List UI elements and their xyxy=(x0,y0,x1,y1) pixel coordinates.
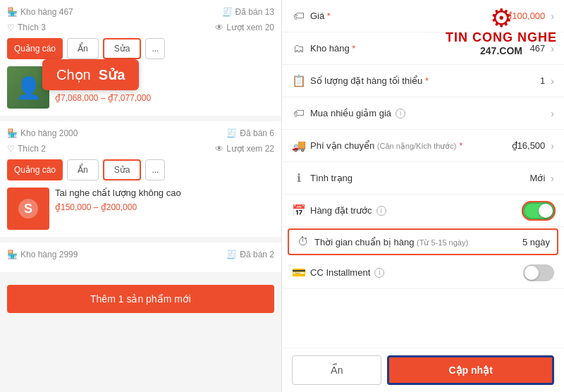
sua-btn-1[interactable]: Sửa xyxy=(103,38,142,59)
product-image-2: S xyxy=(7,188,49,230)
tinhtrang-value: Mới › xyxy=(530,173,554,184)
product-info-2: S Tai nghe chất lượng không cao ₫150,000… xyxy=(7,188,274,230)
heart-icon-1: ♡ xyxy=(7,23,15,32)
soluong-label: 📋 Số lượng đặt hàng tối thiểu * xyxy=(292,74,540,87)
info-icon: ℹ xyxy=(292,171,306,185)
right-panel-inner: ⚙ TIN CONG NGHE 247.COM 🏷 Giá * ₫100,000… xyxy=(282,0,564,348)
shopee-logo-icon: S xyxy=(16,196,41,221)
kho-icon-2: 🏪 xyxy=(7,128,18,138)
daban-stat-2: 🧾 Đã bán 6 xyxy=(226,128,274,138)
luotxem-stat-1: 👁 Lượt xem 20 xyxy=(215,23,274,32)
product-text-2: Tai nghe chất lượng không cao ₫150,000 –… xyxy=(55,188,274,212)
product-stats-2: 🏪 Kho hàng 2000 🧾 Đã bán 6 xyxy=(7,128,274,138)
eye-icon-1: 👁 xyxy=(215,23,223,32)
an-bottom-button[interactable]: Ẩn xyxy=(292,355,381,385)
form-row-tinhtrang[interactable]: ℹ Tình trạng Mới › xyxy=(282,162,564,195)
product-stats-1: 🏪 Kho hàng 467 🧾 Đã bán 13 xyxy=(7,7,274,17)
tinhtrang-chevron-icon: › xyxy=(551,173,554,184)
watermark-line2: 247.COM xyxy=(446,45,557,57)
cc-label: 💳 CC Installment i xyxy=(292,266,523,279)
form-row-soluong[interactable]: 📋 Số lượng đặt hàng tối thiểu * 1 › xyxy=(282,65,564,97)
add-product-button[interactable]: Thêm 1 sản phẩm mới xyxy=(7,285,274,313)
muanhieu-info-icon: i xyxy=(396,109,405,118)
product-card-2: 🏪 Kho hàng 2000 🧾 Đã bán 6 ♡ Thích 2 👁 L… xyxy=(0,121,281,237)
daban-stat-1: 🧾 Đã bán 13 xyxy=(222,7,274,17)
svg-text:S: S xyxy=(24,202,32,216)
form-row-hangdattroc: 📅 Hàng đặt trước i xyxy=(282,195,564,227)
right-panel: ⚙ TIN CONG NGHE 247.COM 🏷 Giá * ₫100,000… xyxy=(282,0,564,392)
quangcao-btn-2[interactable]: Quảng cáo xyxy=(7,159,63,180)
phi-value: ₫16,500 › xyxy=(512,140,554,152)
toggle-knob-on xyxy=(539,204,553,218)
product-name-2: Tai nghe chất lượng không cao xyxy=(55,188,274,200)
chon-sua-tooltip: Chọn Sửa xyxy=(42,59,139,90)
hangdat-label: 📅 Hàng đặt trước i xyxy=(292,204,523,217)
muanhieu-chevron-icon: › xyxy=(551,108,554,119)
gear-icon: ⚙ xyxy=(446,6,557,31)
more-btn-1[interactable]: ... xyxy=(145,38,165,59)
tinhtrang-label: ℹ Tình trạng xyxy=(292,171,530,185)
calendar-icon: 📅 xyxy=(292,204,306,217)
watermark-line1: TIN CONG NGHE xyxy=(446,31,557,45)
muanhieu-value: › xyxy=(548,108,554,119)
kho-icon-1: 🏪 xyxy=(7,7,18,17)
cc-toggle-container xyxy=(523,264,554,281)
form-row-thoigian[interactable]: ⏱ Thời gian chuẩn bị hàng (Từ 5-15 ngày)… xyxy=(288,228,558,255)
product-stats-2b: ♡ Thích 2 👁 Lượt xem 22 xyxy=(7,144,274,154)
heart-icon-2: ♡ xyxy=(7,144,15,154)
an-btn-2[interactable]: Ẩn xyxy=(67,159,99,180)
product-info-1: 👤 Chọn Sửa shopadsrocksĐò bay (Jumps... … xyxy=(7,66,274,109)
soluong-value: 1 › xyxy=(540,75,554,87)
quangcao-btn-1[interactable]: Quảng cáo xyxy=(7,38,63,59)
percent-icon: 🏷 xyxy=(292,107,306,120)
thoigian-label: ⏱ Thời gian chuẩn bị hàng (Từ 5-15 ngày) xyxy=(296,235,522,248)
watermark: ⚙ TIN CONG NGHE 247.COM xyxy=(446,6,557,57)
daban-stat-3: 🧾 Đã bán 2 xyxy=(226,250,274,259)
clock-icon: ⏱ xyxy=(296,235,310,248)
product-actions-2: Quảng cáo Ẩn Sửa ... xyxy=(7,159,274,180)
hangdat-info-icon: i xyxy=(376,206,386,216)
an-btn-1[interactable]: Ẩn xyxy=(67,38,99,59)
form-row-phi[interactable]: 🚚 Phí vận chuyển (Cân nặng/Kích thước) *… xyxy=(282,130,564,162)
kho-stat-3: 🏪 Kho hàng 2999 xyxy=(7,250,78,259)
phi-label: 🚚 Phí vận chuyển (Cân nặng/Kích thước) * xyxy=(292,139,512,152)
phi-chevron-icon: › xyxy=(551,140,554,152)
tag-icon: 🏷 xyxy=(292,10,306,23)
product-card-3: 🏪 Kho hàng 2999 🧾 Đã bán 2 xyxy=(0,243,281,272)
kho-stat-1: 🏪 Kho hàng 467 xyxy=(7,7,73,17)
sua-btn-2[interactable]: Sửa xyxy=(103,159,142,180)
luotxem-stat-2: 👁 Lượt xem 22 xyxy=(215,144,274,154)
soluong-chevron-icon: › xyxy=(551,75,554,87)
cc-info-icon: i xyxy=(374,268,384,278)
product-price-2: ₫150,000 – ₫200,000 xyxy=(55,202,274,212)
left-panel: 🏪 Kho hàng 467 🧾 Đã bán 13 ♡ Thích 3 👁 L… xyxy=(0,0,282,392)
form-row-muanhieu[interactable]: 🏷 Mua nhiều giảm giá i › xyxy=(282,97,564,130)
hangdat-toggle-container xyxy=(523,202,554,219)
product-stats-3: 🏪 Kho hàng 2999 🧾 Đã bán 2 xyxy=(7,250,274,259)
eye-icon-2: 👁 xyxy=(215,144,223,154)
cc-toggle[interactable] xyxy=(523,264,554,281)
product-stats-1b: ♡ Thích 3 👁 Lượt xem 20 xyxy=(7,23,274,32)
card-icon: 💳 xyxy=(292,266,306,279)
form-row-cc: 💳 CC Installment i xyxy=(282,257,564,289)
kho-stat-2: 🏪 Kho hàng 2000 xyxy=(7,128,78,138)
bottom-actions: Ẩn Cập nhật xyxy=(282,348,564,392)
truck-icon: 🚚 xyxy=(292,139,306,152)
thich-stat-2: ♡ Thích 2 xyxy=(7,144,46,154)
thich-stat-1: ♡ Thích 3 xyxy=(7,23,46,32)
layers-icon: 🗂 xyxy=(292,42,306,55)
product-card-1: 🏪 Kho hàng 467 🧾 Đã bán 13 ♡ Thích 3 👁 L… xyxy=(0,0,281,116)
toggle-knob-off xyxy=(525,266,539,280)
sold-icon-2: 🧾 xyxy=(226,128,237,138)
more-btn-2[interactable]: ... xyxy=(145,159,165,180)
thoigian-value: 5 ngày xyxy=(522,237,550,247)
sold-icon-1: 🧾 xyxy=(222,7,233,17)
list-icon: 📋 xyxy=(292,74,306,87)
muanhieu-label: 🏷 Mua nhiều giảm giá i xyxy=(292,107,548,120)
kho-icon-3: 🏪 xyxy=(7,250,18,259)
product-actions-1: Quảng cáo Ẩn Sửa ... xyxy=(7,38,274,59)
product-price-1: ₫7,068,000 – ₫7,077,000 xyxy=(55,93,274,103)
human-figure-icon: 👤 xyxy=(16,75,42,100)
capnhat-button[interactable]: Cập nhật xyxy=(387,355,554,385)
hangdat-toggle[interactable] xyxy=(523,202,554,219)
